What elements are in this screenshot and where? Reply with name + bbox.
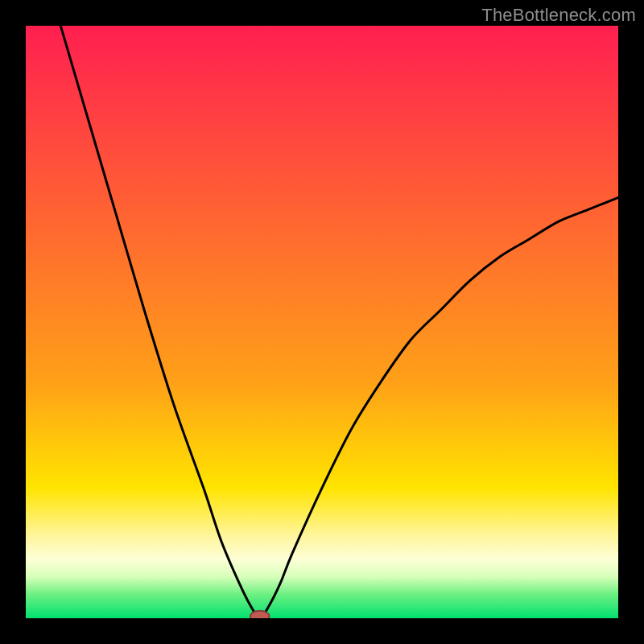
bottleneck-chart bbox=[26, 26, 618, 618]
gradient-background bbox=[26, 26, 618, 618]
attribution-label: TheBottleneck.com bbox=[481, 5, 636, 26]
optimal-point-marker bbox=[250, 611, 270, 618]
chart-frame: TheBottleneck.com bbox=[0, 0, 644, 644]
